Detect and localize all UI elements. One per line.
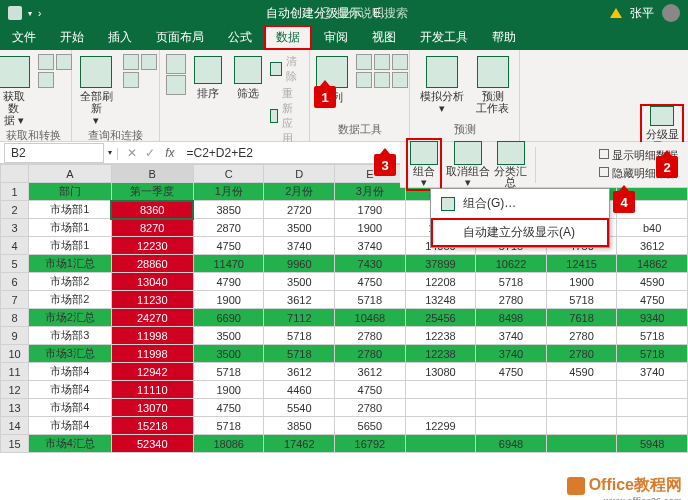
warning-icon[interactable] [610,8,622,18]
cell[interactable]: 3612 [335,363,406,381]
cell[interactable]: 16792 [335,435,406,453]
row-header[interactable]: 11 [1,363,29,381]
cell[interactable]: 15218 [111,417,193,435]
row-header[interactable]: 8 [1,309,29,327]
cell[interactable]: 4750 [335,273,406,291]
subtotal-button[interactable]: 分类汇 总 [494,141,527,188]
fx-icon[interactable]: fx [159,146,180,160]
cell[interactable]: 3500 [264,273,335,291]
cell[interactable]: 2870 [193,219,264,237]
cell[interactable]: 5718 [546,291,617,309]
cell[interactable]: 8360 [111,201,193,219]
header-cell[interactable]: 3月份 [335,183,406,201]
tab-page-layout[interactable]: 页面布局 [144,25,216,50]
cell[interactable]: 3612 [617,237,688,255]
cell[interactable]: b40 [617,219,688,237]
cell[interactable]: 市场部1 [29,237,111,255]
table-row[interactable]: 9市场部31199835005718278012238374027805718 [1,327,688,345]
properties-icon[interactable] [141,54,157,70]
cell[interactable]: 市场4汇总 [29,435,111,453]
cell[interactable] [617,399,688,417]
cell[interactable]: 市场部1 [29,201,111,219]
cell[interactable]: 14862 [617,255,688,273]
cell[interactable]: 3850 [264,417,335,435]
cell[interactable]: 2780 [335,399,406,417]
from-table-icon[interactable] [38,72,54,88]
cell[interactable]: 3850 [193,201,264,219]
cell[interactable]: 4460 [264,381,335,399]
column-header[interactable] [1,165,29,183]
cell[interactable]: 市场1汇总 [29,255,111,273]
cell[interactable]: 5718 [264,327,335,345]
edit-links-icon[interactable] [123,72,139,88]
row-header[interactable]: 1 [1,183,29,201]
cell[interactable]: 5718 [476,273,547,291]
cell[interactable]: 12415 [546,255,617,273]
cell[interactable]: 3612 [264,363,335,381]
cell[interactable]: 12299 [405,417,476,435]
cell[interactable]: 市场部4 [29,381,111,399]
cell[interactable]: 9960 [264,255,335,273]
cell[interactable] [546,417,617,435]
cell[interactable]: 市场部4 [29,417,111,435]
cell[interactable]: 3740 [617,363,688,381]
header-cell[interactable]: 2月份 [264,183,335,201]
row-header[interactable]: 2 [1,201,29,219]
qat-more-icon[interactable]: › [38,8,41,19]
cell[interactable] [546,399,617,417]
cell[interactable]: 5718 [264,345,335,363]
cell[interactable]: 13070 [111,399,193,417]
cell[interactable]: 17462 [264,435,335,453]
column-header[interactable]: A [29,165,111,183]
cell[interactable] [546,435,617,453]
sort-az-icon[interactable] [166,54,186,74]
cell[interactable]: 10622 [476,255,547,273]
cell[interactable]: 13248 [405,291,476,309]
tab-developer[interactable]: 开发工具 [408,25,480,50]
user-avatar-icon[interactable] [662,4,680,22]
ungroup-button[interactable]: 取消组合 ▾ [446,141,490,188]
cell[interactable] [476,399,547,417]
cell[interactable]: 24270 [111,309,193,327]
cell[interactable]: 18086 [193,435,264,453]
cell[interactable] [546,381,617,399]
tab-insert[interactable]: 插入 [96,25,144,50]
row-header[interactable]: 6 [1,273,29,291]
user-name[interactable]: 张平 [630,5,654,22]
from-web-icon[interactable] [56,54,72,70]
table-row[interactable]: 5市场1汇总2886011470996074303789910622124151… [1,255,688,273]
cell[interactable]: 2780 [335,345,406,363]
cell[interactable]: 12208 [405,273,476,291]
cell[interactable]: 3740 [335,237,406,255]
row-header[interactable]: 4 [1,237,29,255]
cell[interactable]: 12942 [111,363,193,381]
menu-group[interactable]: 组合(G)… [431,189,609,218]
consolidate-icon[interactable] [356,72,372,88]
save-icon[interactable] [8,6,22,20]
cell[interactable]: 28860 [111,255,193,273]
cell[interactable]: 2720 [264,201,335,219]
cell[interactable]: 8498 [476,309,547,327]
cell[interactable]: 1900 [193,381,264,399]
cell[interactable]: 9340 [617,309,688,327]
cell[interactable]: 5718 [617,345,688,363]
row-header[interactable]: 10 [1,345,29,363]
cell[interactable]: 1900 [335,219,406,237]
cell[interactable]: 3612 [264,291,335,309]
cell[interactable]: 1790 [335,201,406,219]
cell[interactable]: 8270 [111,219,193,237]
forecast-sheet-button[interactable]: 预测 工作表 [472,54,513,116]
cell[interactable]: 4590 [546,363,617,381]
cell[interactable]: 37899 [405,255,476,273]
cell[interactable]: 3740 [476,327,547,345]
row-header[interactable]: 5 [1,255,29,273]
tab-file[interactable]: 文件 [0,25,48,50]
cell[interactable]: 2780 [335,327,406,345]
cell[interactable]: 市场部1 [29,219,111,237]
cell[interactable]: 4590 [617,273,688,291]
cell[interactable]: 市场3汇总 [29,345,111,363]
cell[interactable]: 6690 [193,309,264,327]
cell[interactable]: 12238 [405,345,476,363]
cell[interactable]: 5718 [193,417,264,435]
tab-formulas[interactable]: 公式 [216,25,264,50]
